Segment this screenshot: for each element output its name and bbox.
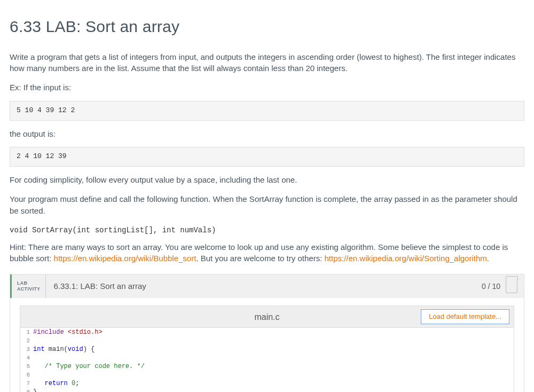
lab-activity-line2: ACTIVITY xyxy=(17,286,40,292)
lab-panel: LAB ACTIVITY 6.33.1: LAB: Sort an array … xyxy=(10,274,524,392)
simplicity-note: For coding simplicity, follow every outp… xyxy=(10,174,524,186)
code-line[interactable]: #include <stdio.h> xyxy=(33,328,514,336)
line-number: 1 xyxy=(20,328,33,336)
line-number: 7 xyxy=(20,379,33,388)
hint-paragraph: Hint: There are many ways to sort an arr… xyxy=(10,241,524,265)
code-line[interactable] xyxy=(33,336,514,345)
lab-header: LAB ACTIVITY 6.33.1: LAB: Sort an array … xyxy=(10,275,524,298)
code-line[interactable]: /* Type your code here. */ xyxy=(33,362,514,371)
code-line[interactable]: } xyxy=(33,388,514,392)
file-tab-bar: main.c Load default template... xyxy=(20,305,514,328)
code-line[interactable] xyxy=(33,371,514,379)
line-number: 8 xyxy=(20,388,33,392)
load-default-template-button[interactable]: Load default template... xyxy=(421,309,509,324)
hint-text-end: . xyxy=(487,254,489,263)
line-number: 6 xyxy=(20,371,33,379)
shield-icon xyxy=(506,279,517,293)
code-line[interactable]: return 0; xyxy=(33,379,514,388)
example-input-label: Ex: If the input is: xyxy=(10,82,524,93)
intro-paragraph: Write a program that gets a list of inte… xyxy=(10,51,524,75)
code-line[interactable]: int main(void) { xyxy=(33,345,514,354)
example-input-block: 5 10 4 39 12 2 xyxy=(10,101,524,121)
lab-activity-line1: LAB xyxy=(17,280,40,286)
line-number: 3 xyxy=(20,345,33,354)
example-output-label: the output is: xyxy=(10,128,524,140)
line-number: 4 xyxy=(20,354,33,362)
page-title: 6.33 LAB: Sort an array xyxy=(10,15,524,38)
lab-activity-label: LAB ACTIVITY xyxy=(12,275,46,298)
line-number: 2 xyxy=(20,336,33,345)
hint-text-mid: . But you are welcome to try others: xyxy=(196,254,324,263)
code-editor[interactable]: 1 #include <stdio.h> 2 3 int main(void) … xyxy=(20,328,514,392)
filename-label: main.c xyxy=(254,311,279,323)
example-output-block: 2 4 10 12 39 xyxy=(10,147,524,167)
function-signature-code: void SortArray(int sortingList[], int nu… xyxy=(10,226,216,234)
lab-subtitle: 6.33.1: LAB: Sort an array xyxy=(46,275,482,298)
lab-score-text: 0 / 10 xyxy=(482,281,500,292)
function-signature: void SortArray(int sortingList[], int nu… xyxy=(10,224,524,236)
line-number: 5 xyxy=(20,362,33,371)
bubble-sort-link[interactable]: https://en.wikipedia.org/wiki/Bubble_sor… xyxy=(54,254,197,263)
code-line[interactable] xyxy=(33,354,514,362)
lab-score-area: 0 / 10 xyxy=(482,275,524,298)
lab-body: main.c Load default template... 1 #inclu… xyxy=(10,298,524,392)
sorting-algorithm-link[interactable]: https://en.wikipedia.org/wiki/Sorting_al… xyxy=(324,254,486,263)
function-description: Your program must define and call the fo… xyxy=(10,193,524,217)
